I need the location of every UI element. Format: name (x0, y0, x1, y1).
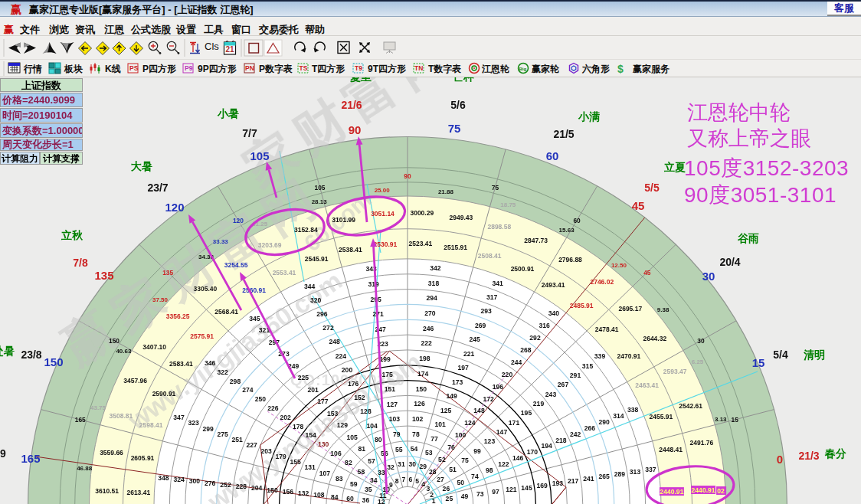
svg-text:PN: PN (245, 64, 254, 72)
svg-text:57: 57 (368, 457, 375, 465)
svg-text:45: 45 (643, 269, 651, 277)
svg-text:2493.41: 2493.41 (542, 281, 565, 289)
svg-text:清明: 清明 (804, 349, 825, 361)
svg-text:320: 320 (310, 296, 322, 304)
svg-text:PS: PS (129, 64, 139, 72)
svg-text:29: 29 (419, 463, 427, 470)
svg-text:5/4: 5/4 (773, 349, 788, 361)
svg-text:2560.91: 2560.91 (242, 286, 266, 294)
svg-text:269: 269 (475, 322, 486, 329)
svg-text:224: 224 (336, 352, 347, 360)
svg-text:2440.91: 2440.91 (660, 488, 683, 496)
svg-text:4: 4 (421, 480, 425, 488)
svg-text:80: 80 (375, 436, 382, 443)
svg-text:大暑: 大暑 (131, 160, 152, 172)
svg-text:145: 145 (521, 484, 532, 492)
svg-text:2605.91: 2605.91 (131, 454, 155, 462)
svg-text:2491.76: 2491.76 (690, 439, 714, 447)
svg-text:43.75: 43.75 (90, 404, 106, 411)
svg-text:2545.91: 2545.91 (305, 255, 329, 263)
svg-text:268: 268 (520, 346, 532, 354)
svg-text:2898.58: 2898.58 (487, 223, 511, 231)
svg-text:芒种: 芒种 (453, 77, 474, 83)
svg-text:290: 290 (599, 418, 611, 426)
svg-text:314: 314 (613, 412, 624, 420)
svg-text:154: 154 (305, 431, 316, 439)
svg-text:244: 244 (511, 358, 522, 366)
svg-text:2485.91: 2485.91 (570, 302, 594, 309)
svg-text:50: 50 (457, 479, 464, 486)
svg-text:49: 49 (461, 493, 469, 500)
svg-text:339: 339 (594, 352, 606, 360)
svg-text:3610.51: 3610.51 (95, 487, 119, 495)
svg-text:105: 105 (250, 149, 269, 162)
svg-text:2949.43: 2949.43 (450, 214, 473, 221)
svg-text:2553.41: 2553.41 (273, 269, 296, 277)
svg-text:102: 102 (412, 415, 424, 423)
svg-text:23/8: 23/8 (21, 349, 41, 361)
svg-text:241: 241 (583, 475, 594, 483)
svg-text:75: 75 (448, 122, 461, 135)
svg-text:TS: TS (300, 64, 308, 72)
svg-text:6.25: 6.25 (692, 358, 704, 365)
svg-text:12: 12 (378, 498, 385, 504)
svg-text:176: 176 (348, 380, 359, 388)
svg-text:79: 79 (393, 430, 401, 438)
svg-text:2796.88: 2796.88 (558, 256, 582, 263)
svg-text:2: 2 (430, 491, 434, 499)
svg-text:2598.41: 2598.41 (139, 421, 163, 429)
svg-text:84: 84 (331, 493, 339, 501)
svg-text:340: 340 (548, 309, 560, 317)
svg-text:2847.73: 2847.73 (524, 237, 548, 244)
svg-text:81: 81 (358, 445, 366, 453)
svg-text:151: 151 (385, 385, 396, 393)
svg-text:3051.14: 3051.14 (371, 210, 394, 218)
svg-text:2583.41: 2583.41 (169, 360, 193, 368)
svg-text:252: 252 (220, 481, 231, 489)
svg-text:243: 243 (545, 391, 557, 398)
svg-text:3.13: 3.13 (715, 416, 727, 423)
svg-text:294: 294 (427, 294, 438, 302)
svg-text:2530.91: 2530.91 (374, 241, 398, 248)
svg-text:165: 165 (75, 416, 86, 424)
svg-text:21/3: 21/3 (798, 450, 819, 462)
svg-text:242: 242 (570, 430, 581, 438)
svg-text:291: 291 (570, 371, 581, 379)
svg-text:55: 55 (395, 446, 403, 453)
svg-text:12.50: 12.50 (611, 262, 627, 269)
svg-text:122: 122 (498, 460, 509, 468)
svg-text:2613.41: 2613.41 (126, 489, 150, 496)
svg-text:18.75: 18.75 (500, 201, 516, 208)
svg-text:3305.40: 3305.40 (194, 285, 218, 293)
svg-text:100: 100 (455, 431, 467, 439)
svg-text:245: 245 (469, 335, 480, 343)
svg-text:338: 338 (627, 406, 639, 414)
svg-text:175: 175 (382, 371, 394, 378)
svg-text:123: 123 (484, 437, 496, 445)
svg-text:125: 125 (440, 407, 452, 414)
svg-text:37.50: 37.50 (152, 296, 169, 303)
svg-text:2644.32: 2644.32 (643, 335, 666, 342)
svg-text:7/8: 7/8 (73, 257, 88, 269)
svg-text:75: 75 (461, 457, 469, 464)
svg-text:3254.55: 3254.55 (224, 261, 248, 269)
svg-text:106: 106 (330, 450, 342, 457)
svg-text:春分: 春分 (824, 447, 846, 460)
svg-text:135: 135 (162, 269, 173, 277)
svg-text:246: 246 (423, 325, 434, 332)
svg-text:315: 315 (582, 362, 594, 370)
svg-text:78: 78 (412, 430, 420, 438)
svg-text:2542.61: 2542.61 (679, 402, 702, 410)
svg-text:97: 97 (492, 488, 499, 496)
svg-text:2455.91: 2455.91 (650, 413, 673, 421)
svg-text:34: 34 (370, 476, 378, 484)
svg-text:129: 129 (337, 421, 349, 429)
svg-text:15: 15 (732, 416, 739, 424)
svg-text:198: 198 (419, 355, 430, 362)
svg-text:120: 120 (233, 217, 244, 224)
svg-text:立秋: 立秋 (61, 229, 83, 241)
svg-text:203: 203 (261, 447, 273, 455)
svg-text:2478.41: 2478.41 (595, 326, 619, 333)
svg-text:202: 202 (280, 414, 292, 421)
svg-text:2500.91: 2500.91 (511, 265, 535, 273)
